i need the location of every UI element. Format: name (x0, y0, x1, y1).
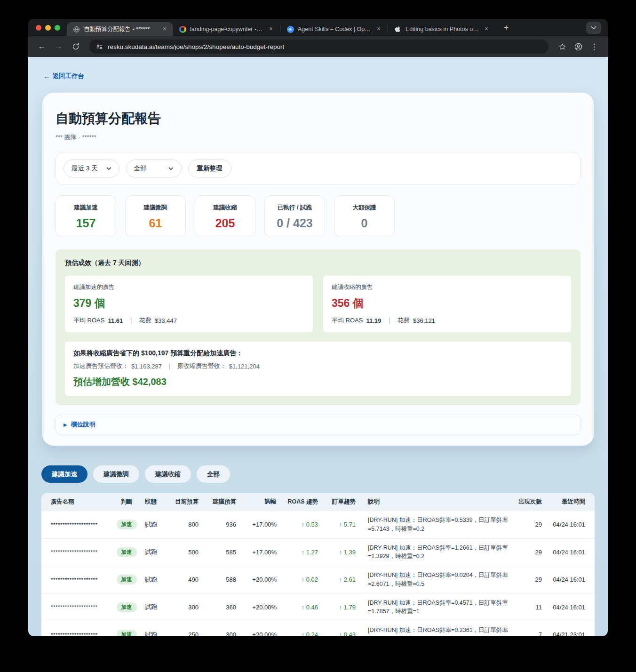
page-title: 自動預算分配報告 (56, 110, 580, 128)
close-window-button[interactable] (36, 25, 41, 31)
up-arrow-icon: ↑ (302, 576, 305, 583)
back-button[interactable]: ← (35, 40, 49, 54)
close-icon[interactable]: × (161, 25, 168, 33)
tab-shrink[interactable]: 建議收縮 (145, 465, 191, 483)
minimize-window-button[interactable] (45, 25, 51, 31)
stat-value: 157 (59, 216, 113, 230)
url-text[interactable]: resku.skudata.ai/teams/joe/shops/2/shope… (108, 43, 284, 50)
table-row[interactable]: ******************** 加速 試跑 800 936 +17.0… (41, 511, 595, 539)
page-subtitle: *** 團隊 · ****** (56, 133, 580, 142)
profile-avatar-icon[interactable] (571, 40, 585, 54)
stat-card-shrink: 建議收縮 205 (195, 195, 255, 237)
browser-tab-active[interactable]: 自動預算分配報告 - ****** × (67, 22, 173, 36)
apple-icon (394, 25, 402, 33)
disclosure-triangle-icon: ▶ (64, 422, 67, 427)
estimate-card-accelerate: 建議加速的廣告 379 個 平均 ROAS11.61 ｜ 花費$33,447 (65, 276, 313, 332)
type-select[interactable]: 全部 (126, 160, 182, 177)
table-header-row: 廣告名稱 判斷 狀態 目前預算 建議預算 調幅 ROAS 趨勢 訂單趨勢 說明 … (41, 493, 595, 511)
estimate-card-shrink: 建議收縮的廣告 356 個 平均 ROAS11.19 ｜ 花費$36,121 (323, 276, 571, 332)
estimate-title: 預估成效（過去 7 天回測） (65, 259, 571, 267)
up-arrow-icon: ↑ (339, 631, 342, 636)
stat-value: 61 (128, 216, 183, 230)
stat-value: 0 (337, 216, 391, 230)
table-body: ******************** 加速 試跑 800 936 +17.0… (41, 511, 595, 637)
stats-row: 建議加速 157 建議微調 61 建議收縮 205 已執行 / 試跑 0 / 4… (56, 195, 580, 237)
bookmark-star-icon[interactable] (555, 40, 569, 54)
field-help-toggle[interactable]: ▶ 欄位說明 (56, 415, 580, 434)
tab-search-button[interactable] (586, 22, 601, 34)
openai-icon: ✳ (286, 25, 294, 33)
tab-all[interactable]: 全部 (197, 465, 230, 483)
chevron-down-icon (106, 167, 111, 170)
refresh-button[interactable]: 重新整理 (188, 160, 231, 177)
tab-title: 自動預算分配報告 - ****** (84, 25, 157, 33)
google-icon (179, 25, 186, 33)
report-card: 自動預算分配報告 *** 團隊 · ****** 最近 3 天 全部 重新整理 … (42, 93, 594, 446)
tab-separator (280, 25, 280, 33)
tab-title: Agent Skills – Codex | OpenAI (298, 26, 371, 32)
up-arrow-icon: ↑ (339, 521, 342, 528)
stat-value: 0 / 423 (268, 216, 322, 230)
new-tab-button[interactable]: + (501, 22, 512, 33)
tab-title: Editing basics in Photos on M (405, 26, 479, 32)
tab-accelerate[interactable]: 建議加速 (41, 465, 87, 483)
judgement-badge: 加速 (117, 520, 137, 529)
browser-tab[interactable]: landing-page-copywriter - Go × (173, 22, 279, 36)
report-table: 廣告名稱 判斷 狀態 目前預算 建議預算 調幅 ROAS 趨勢 訂單趨勢 說明 … (41, 493, 595, 636)
browser-menu-icon[interactable]: ⋮ (587, 40, 601, 54)
estimate-count: 379 個 (73, 296, 304, 311)
up-arrow-icon: ↑ (339, 549, 342, 556)
judgement-badge: 加速 (117, 630, 137, 636)
window-controls[interactable] (28, 19, 67, 36)
chevron-down-icon (168, 167, 174, 170)
site-info-icon[interactable] (96, 43, 103, 50)
category-tabs: 建議加速 建議微調 建議收縮 全部 (41, 465, 608, 483)
estimate-summary-card: 如果將收縮廣告省下的 $100,197 預算重分配給加速廣告： 加速廣告預估營收… (65, 342, 571, 396)
table-row[interactable]: ******************** 加速 試跑 490 588 +20.0… (41, 566, 595, 594)
judgement-badge: 加速 (117, 602, 137, 612)
judgement-badge: 加速 (117, 547, 137, 557)
estimate-panel: 預估成效（過去 7 天回測） 建議加速的廣告 379 個 平均 ROAS11.6… (56, 249, 580, 405)
stat-card-finetune: 建議微調 61 (125, 195, 186, 237)
up-arrow-icon: ↑ (339, 576, 342, 583)
browser-tab[interactable]: Editing basics in Photos on M × (389, 22, 495, 36)
table-row[interactable]: ******************** 加速 試跑 300 360 +20.0… (41, 593, 595, 621)
estimated-revenue-gain: 預估增加營收 $42,083 (73, 376, 563, 388)
page-content: ← 返回工作台 自動預算分配報告 *** 團隊 · ****** 最近 3 天 … (28, 57, 608, 636)
stat-card-accelerate: 建議加速 157 (56, 195, 116, 237)
back-arrow-icon: ← (43, 73, 50, 80)
stat-card-protected: 大額保護 0 (334, 195, 395, 237)
up-arrow-icon: ↑ (302, 631, 305, 636)
browser-tab[interactable]: ✳ Agent Skills – Codex | OpenAI × (281, 22, 387, 36)
reload-button[interactable] (69, 40, 83, 54)
up-arrow-icon: ↑ (302, 521, 305, 528)
date-range-select[interactable]: 最近 3 天 (64, 160, 119, 177)
tab-title: landing-page-copywriter - Go (190, 26, 263, 32)
browser-toolbar: ← → resku.skudata.ai/teams/joe/shops/2/s… (28, 36, 608, 57)
reallocated-budget-amount: $100,197 (141, 349, 168, 357)
table-row[interactable]: ******************** 加速 試跑 250 300 +20.0… (41, 621, 595, 637)
up-arrow-icon: ↑ (339, 604, 342, 611)
url-bar[interactable]: resku.skudata.ai/teams/joe/shops/2/shope… (89, 40, 549, 54)
close-icon[interactable]: × (483, 25, 490, 33)
forward-button[interactable]: → (52, 40, 66, 54)
tab-finetune[interactable]: 建議微調 (93, 465, 139, 483)
close-icon[interactable]: × (375, 25, 382, 33)
tab-strip: 自動預算分配報告 - ****** × landing-page-copywri… (28, 19, 608, 36)
up-arrow-icon: ↑ (302, 549, 305, 556)
tab-separator (388, 25, 388, 33)
table-row[interactable]: ******************** 加速 試跑 500 585 +17.0… (41, 538, 595, 566)
stat-value: 205 (198, 216, 252, 230)
close-icon[interactable]: × (267, 25, 275, 33)
estimate-count: 356 個 (332, 296, 563, 311)
browser-window: 自動預算分配報告 - ****** × landing-page-copywri… (28, 19, 608, 636)
globe-icon (72, 25, 80, 33)
back-to-workbench-link[interactable]: ← 返回工作台 (43, 72, 84, 80)
stat-card-executed: 已執行 / 試跑 0 / 423 (264, 195, 325, 237)
filter-bar: 最近 3 天 全部 重新整理 (56, 152, 580, 185)
up-arrow-icon: ↑ (302, 604, 305, 611)
zoom-window-button[interactable] (55, 25, 60, 31)
judgement-badge: 加速 (117, 575, 137, 584)
